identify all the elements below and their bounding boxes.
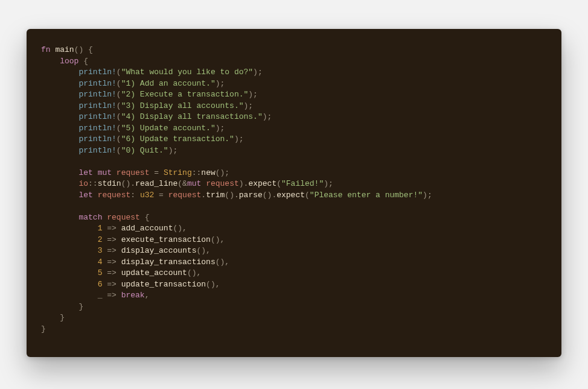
comma: ,	[216, 280, 220, 289]
string-literal: "2) Execute a transaction."	[121, 90, 249, 99]
indent	[41, 213, 78, 222]
path-sep: ::	[88, 179, 98, 188]
indent	[41, 134, 78, 144]
type-string: String	[164, 168, 192, 177]
parens: ()	[216, 168, 225, 177]
indent	[41, 79, 78, 88]
semicolon: ;	[328, 179, 333, 188]
fat-arrow: =>	[102, 268, 121, 277]
semicolon: ;	[427, 191, 432, 200]
code-block: fn main() { loop { println!("What would …	[41, 45, 547, 335]
fat-arrow: =>	[102, 246, 121, 255]
indent	[41, 57, 60, 66]
dot: .	[130, 179, 135, 188]
string-literal: "Please enter a number!"	[310, 191, 423, 200]
fat-arrow: =>	[102, 258, 121, 267]
parens: ()	[216, 258, 225, 267]
indent	[41, 90, 78, 99]
space	[154, 191, 159, 200]
macro-bang: !	[112, 112, 117, 121]
indent	[41, 258, 98, 267]
semicolon: ;	[173, 146, 177, 155]
fat-arrow: =>	[102, 235, 121, 244]
ident-request: request	[98, 191, 131, 200]
parens: ()	[225, 191, 234, 200]
indent	[41, 112, 78, 121]
semicolon: ;	[253, 90, 258, 99]
indent	[41, 124, 78, 133]
macro-println: println	[78, 146, 112, 155]
paren-open: (	[117, 79, 121, 88]
paren-open: (	[117, 134, 121, 144]
macro-println: println	[78, 90, 112, 99]
code-panel: fn main() { loop { println!("What would …	[27, 29, 561, 357]
space	[83, 45, 88, 54]
ident-main: main	[55, 45, 74, 54]
macro-bang: !	[112, 134, 117, 144]
space	[201, 179, 206, 188]
space	[159, 168, 164, 177]
macro-bang: !	[112, 124, 117, 133]
macro-bang: !	[112, 68, 117, 77]
ident-request: request	[206, 179, 239, 188]
brace-close: }	[41, 324, 46, 334]
keyword-mut: mut	[187, 179, 201, 188]
brace-close: }	[78, 302, 83, 311]
comma: ,	[206, 246, 211, 255]
ident-stdin: stdin	[98, 179, 121, 188]
indent	[41, 224, 98, 233]
ident-execute-transaction: execute_transaction	[121, 235, 211, 244]
equals: =	[159, 191, 164, 200]
ident-request: request	[107, 213, 140, 222]
indent	[41, 246, 98, 255]
string-literal: "1) Add an account."	[121, 79, 216, 88]
macro-println: println	[78, 101, 112, 110]
ident-update-transaction: update_transaction	[121, 280, 206, 289]
ident-expect: expect	[276, 191, 305, 200]
macro-println: println	[78, 79, 112, 88]
space	[93, 191, 98, 200]
brace-open: {	[83, 57, 88, 66]
punct: ()	[74, 45, 84, 54]
macro-println: println	[78, 112, 112, 121]
semicolon: ;	[225, 168, 229, 177]
fat-arrow: =>	[102, 280, 121, 289]
space	[140, 213, 145, 222]
comma: ,	[196, 268, 201, 277]
macro-bang: !	[112, 146, 117, 155]
indent	[41, 235, 98, 244]
parens: ()	[187, 268, 197, 277]
ident-new: new	[201, 168, 215, 177]
dot: .	[234, 191, 239, 200]
ident-expect: expect	[248, 179, 276, 188]
paren-open: (	[276, 179, 281, 188]
paren-close: )	[239, 179, 244, 188]
paren-close: )	[234, 134, 239, 144]
amp: &	[182, 179, 187, 188]
semicolon: ;	[248, 101, 253, 110]
colon: :	[130, 191, 135, 200]
paren-close: )	[253, 68, 258, 77]
semicolon: ;	[258, 68, 263, 77]
ident-display-transactions: display_transactions	[121, 258, 216, 267]
parens: ()	[196, 246, 206, 255]
indent	[41, 302, 78, 311]
ident-update-account: update_account	[121, 268, 187, 277]
macro-println: println	[78, 134, 112, 144]
paren-close: )	[216, 79, 220, 88]
parens: ()	[211, 235, 220, 244]
keyword-mut: mut	[98, 168, 112, 177]
indent	[41, 268, 98, 277]
paren-close: )	[216, 124, 220, 133]
parens: ()	[121, 179, 131, 188]
paren-open: (	[177, 179, 182, 188]
indent	[41, 146, 78, 155]
paren-open: (	[117, 101, 121, 110]
paren-open: (	[305, 191, 310, 200]
semicolon: ;	[220, 79, 225, 88]
comma: ,	[220, 235, 225, 244]
space	[112, 168, 117, 177]
ident-request: request	[117, 168, 150, 177]
dot: .	[201, 191, 206, 200]
indent	[41, 313, 60, 322]
